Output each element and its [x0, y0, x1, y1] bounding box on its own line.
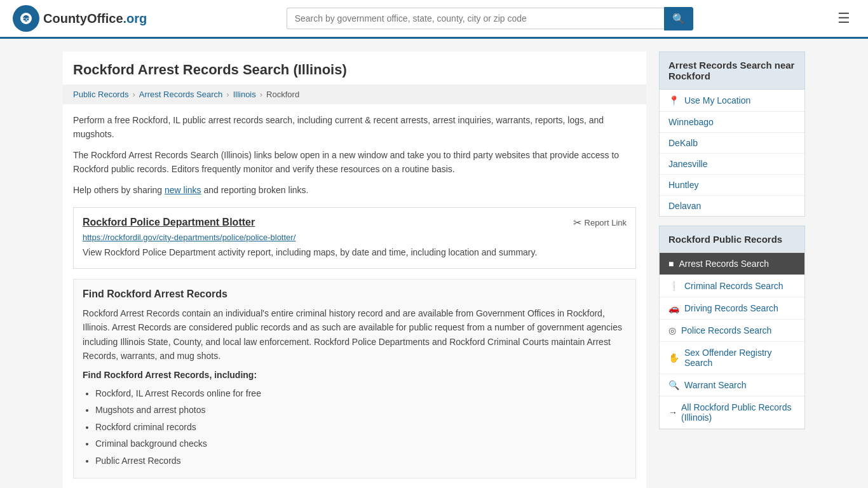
nearby-link-3[interactable]: Huntley: [668, 180, 698, 190]
record-url[interactable]: https://rockfordil.gov/city-departments/…: [83, 233, 627, 242]
breadcrumb-sep-1: ›: [132, 90, 135, 99]
nearby-link-0[interactable]: Winnebago: [668, 117, 714, 127]
nearby-item-2: Janesville: [660, 154, 804, 175]
desc-para-1: Perform a free Rockford, IL public arres…: [73, 113, 636, 142]
report-link-label: Report Link: [585, 218, 627, 227]
pub-records-item-3[interactable]: ◎ Police Records Search: [660, 320, 804, 342]
record-title-link[interactable]: Rockford Police Department Blotter: [83, 217, 255, 227]
arrest-records-icon: ■: [668, 259, 674, 269]
criminal-records-link[interactable]: Criminal Records Search: [684, 281, 783, 291]
nearby-item-3: Huntley: [660, 175, 804, 196]
pub-records-item-2[interactable]: 🚗 Driving Records Search: [660, 297, 804, 320]
main-container: Rockford Arrest Records Search (Illinois…: [53, 39, 815, 488]
sex-offender-icon: ✋: [668, 353, 679, 363]
search-bar: 🔍: [287, 7, 693, 30]
police-records-icon: ◎: [668, 325, 676, 336]
criminal-records-icon: ❕: [668, 281, 679, 291]
all-records-item: → All Rockford Public Records (Illinois): [660, 396, 804, 429]
header: CO CountyOffice.org 🔍 ☰: [0, 0, 868, 39]
nearby-list: 📍 Use My Location Winnebago DeKalb Janes…: [659, 90, 805, 217]
nearby-item-0: Winnebago: [660, 112, 804, 133]
breadcrumb-illinois[interactable]: Illinois: [233, 90, 256, 99]
nearby-link-1[interactable]: DeKalb: [668, 138, 698, 148]
driving-records-icon: 🚗: [668, 303, 679, 313]
find-section: Find Rockford Arrest Records Rockford Ar…: [73, 279, 636, 479]
desc-para-3: Help others by sharing new links and rep…: [73, 183, 636, 197]
breadcrumb-sep-3: ›: [260, 90, 262, 99]
pub-records-item-0[interactable]: ■ Arrest Records Search: [660, 253, 804, 275]
use-my-location-link[interactable]: Use My Location: [684, 95, 750, 105]
location-pin-icon: 📍: [668, 95, 679, 105]
search-button[interactable]: 🔍: [664, 7, 693, 30]
breadcrumb-rockford: Rockford: [266, 90, 299, 99]
record-title: Rockford Police Department Blotter: [83, 217, 255, 228]
sex-offender-link[interactable]: Sex Offender Registry Search: [684, 348, 796, 368]
logo-text: CountyOffice.org: [43, 11, 147, 26]
breadcrumb-public-records[interactable]: Public Records: [73, 90, 128, 99]
content-area: Rockford Arrest Records Search (Illinois…: [63, 51, 646, 488]
search-input[interactable]: [287, 8, 664, 29]
warrant-search-link[interactable]: Warrant Search: [684, 380, 747, 390]
nearby-item-1: DeKalb: [660, 133, 804, 154]
page-title: Rockford Arrest Records Search (Illinois…: [63, 51, 646, 85]
find-list: Rockford, IL Arrest Records online for f…: [83, 385, 627, 470]
nearby-link-2[interactable]: Janesville: [668, 159, 707, 169]
list-item: Criminal background checks: [95, 435, 627, 452]
breadcrumb-arrest-records[interactable]: Arrest Records Search: [139, 90, 223, 99]
arrest-records-link[interactable]: Arrest Records Search: [679, 259, 769, 269]
warrant-search-icon: 🔍: [668, 380, 679, 390]
record-entry: Rockford Police Department Blotter ✂ Rep…: [73, 207, 636, 269]
sidebar: Arrest Records Search near Rockford 📍 Us…: [659, 51, 805, 488]
driving-records-link[interactable]: Driving Records Search: [684, 303, 778, 313]
menu-icon[interactable]: ☰: [832, 8, 855, 29]
all-records-link[interactable]: All Rockford Public Records (Illinois): [681, 402, 796, 423]
nearby-item-4: Delavan: [660, 196, 804, 216]
pub-records-list: ■ Arrest Records Search ❕ Criminal Recor…: [659, 252, 805, 430]
find-subheading: Find Rockford Arrest Records, including:: [83, 370, 627, 380]
arrow-icon: →: [668, 407, 677, 417]
page-description: Perform a free Rockford, IL public arres…: [63, 104, 646, 197]
record-entry-header: Rockford Police Department Blotter ✂ Rep…: [83, 217, 627, 229]
logo-area: CO CountyOffice.org: [13, 5, 147, 32]
pub-records-item-5[interactable]: 🔍 Warrant Search: [660, 374, 804, 396]
breadcrumb: Public Records › Arrest Records Search ›…: [63, 85, 646, 104]
pub-records-item-1[interactable]: ❕ Criminal Records Search: [660, 275, 804, 297]
use-my-location-item[interactable]: 📍 Use My Location: [660, 90, 804, 112]
list-item: Rockford criminal records: [95, 419, 627, 436]
list-item: Mugshots and arrest photos: [95, 402, 627, 419]
nearby-section: Arrest Records Search near Rockford 📍 Us…: [659, 51, 805, 217]
list-item: Rockford, IL Arrest Records online for f…: [95, 385, 627, 402]
nearby-link-4[interactable]: Delavan: [668, 201, 701, 211]
breadcrumb-sep-2: ›: [226, 90, 229, 99]
police-records-link[interactable]: Police Records Search: [681, 325, 771, 336]
logo-icon: CO: [13, 5, 39, 32]
svg-text:CO: CO: [22, 17, 30, 22]
find-paragraph: Rockford Arrest Records contain an indiv…: [83, 306, 627, 363]
pub-records-header: Rockford Public Records: [659, 226, 805, 252]
pub-records-item-4[interactable]: ✋ Sex Offender Registry Search: [660, 342, 804, 374]
desc-para-2: The Rockford Arrest Records Search (Illi…: [73, 148, 636, 177]
record-desc: View Rockford Police Department activity…: [83, 246, 627, 259]
list-item: Public Arrest Records: [95, 452, 627, 470]
public-records-section: Rockford Public Records ■ Arrest Records…: [659, 226, 805, 430]
nearby-header: Arrest Records Search near Rockford: [659, 51, 805, 90]
find-heading: Find Rockford Arrest Records: [83, 288, 627, 300]
report-icon: ✂: [573, 217, 581, 229]
new-links-link[interactable]: new links: [165, 185, 201, 195]
report-link[interactable]: ✂ Report Link: [573, 217, 627, 229]
